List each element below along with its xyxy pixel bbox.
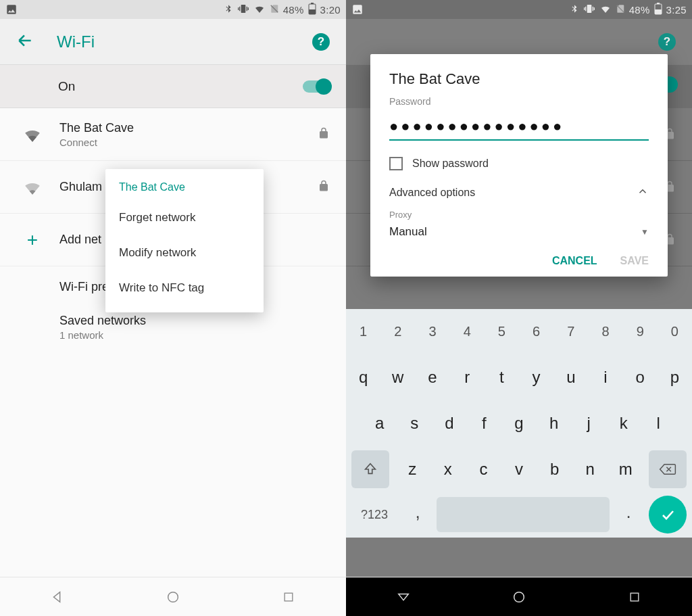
svg-rect-2 (309, 9, 316, 14)
key-5[interactable]: 5 (487, 312, 517, 352)
kb-row-1: q w e r t y u i o p (346, 355, 692, 401)
lock-icon (318, 179, 330, 195)
svg-rect-6 (657, 3, 660, 4)
bluetooth-icon (224, 3, 233, 16)
proxy-value: Manual (389, 225, 427, 239)
save-button[interactable]: SAVE (620, 255, 649, 267)
key-f[interactable]: f (468, 403, 501, 444)
vibrate-icon (583, 3, 595, 16)
chevron-up-icon (637, 185, 649, 200)
key-x[interactable]: x (432, 449, 465, 490)
key-3[interactable]: 3 (417, 312, 447, 352)
key-b[interactable]: b (538, 449, 571, 490)
proxy-dropdown[interactable]: Manual ▼ (389, 225, 649, 239)
key-6[interactable]: 6 (521, 312, 551, 352)
cancel-button[interactable]: CANCEL (552, 255, 597, 267)
key-s[interactable]: s (399, 403, 431, 444)
add-network-label: Add net (59, 233, 101, 247)
password-input[interactable]: ●●●●●●●●●●●●●●● (389, 114, 649, 141)
ctx-title: The Bat Cave (105, 179, 264, 200)
clock: 3:25 (666, 4, 687, 16)
key-w[interactable]: w (382, 357, 414, 398)
key-r[interactable]: r (451, 357, 483, 398)
system-navbar (346, 577, 692, 616)
key-c[interactable]: c (467, 449, 500, 490)
key-1[interactable]: 1 (348, 312, 378, 352)
key-i[interactable]: i (589, 357, 621, 398)
show-password-row[interactable]: Show password (389, 157, 649, 170)
period-key[interactable]: . (614, 502, 643, 528)
key-h[interactable]: h (538, 403, 570, 444)
help-icon[interactable]: ? (312, 33, 330, 51)
key-z[interactable]: z (396, 449, 429, 490)
key-u[interactable]: u (555, 357, 587, 398)
key-n[interactable]: n (574, 449, 607, 490)
network-row[interactable]: The Bat Cave Connect (0, 108, 346, 161)
key-9[interactable]: 9 (625, 312, 656, 352)
svg-point-8 (514, 592, 524, 602)
key-d[interactable]: d (433, 403, 466, 444)
back-icon[interactable] (16, 32, 34, 52)
key-l[interactable]: l (642, 403, 674, 444)
shift-key[interactable] (351, 450, 389, 488)
key-k[interactable]: k (608, 403, 640, 444)
space-key[interactable] (437, 497, 610, 532)
svg-rect-4 (285, 593, 293, 601)
nav-recent-icon[interactable] (626, 588, 643, 606)
nav-back-icon[interactable] (49, 588, 66, 606)
photo-icon (5, 3, 18, 16)
battery-pct: 48% (629, 4, 650, 16)
svg-rect-1 (311, 3, 314, 4)
nav-back-icon[interactable] (395, 588, 412, 606)
key-0[interactable]: 0 (660, 312, 690, 352)
dialog-title: The Bat Cave (389, 70, 649, 88)
svg-rect-9 (631, 593, 639, 601)
key-g[interactable]: g (503, 403, 535, 444)
wifi-icon (599, 3, 612, 16)
key-8[interactable]: 8 (590, 312, 620, 352)
nav-home-icon[interactable] (164, 588, 182, 606)
wifi-toggle[interactable] (303, 80, 330, 93)
lock-icon (318, 126, 330, 143)
show-password-checkbox[interactable] (389, 157, 403, 170)
kb-row-2: a s d f g h j k l (346, 400, 692, 446)
key-y[interactable]: y (520, 357, 552, 398)
nav-home-icon[interactable] (510, 588, 528, 606)
ctx-forget[interactable]: Forget network (105, 200, 264, 235)
key-m[interactable]: m (609, 449, 642, 490)
key-2[interactable]: 2 (382, 312, 413, 352)
network-status: Connect (59, 137, 134, 148)
ctx-modify[interactable]: Modify network (105, 235, 264, 270)
key-t[interactable]: t (486, 357, 518, 398)
key-a[interactable]: a (364, 403, 396, 444)
wifi-connect-dialog: The Bat Cave Password ●●●●●●●●●●●●●●● Sh… (370, 54, 668, 277)
network-context-menu: The Bat Cave Forget network Modify netwo… (105, 169, 264, 312)
kb-row-bottom: ?123 , . (346, 492, 692, 538)
vibrate-icon (237, 3, 249, 16)
ctx-nfc[interactable]: Write to NFC tag (105, 270, 264, 306)
wifi-toggle-row: On (0, 65, 346, 108)
key-4[interactable]: 4 (452, 312, 483, 352)
network-name: Ghulam (59, 180, 102, 194)
saved-networks-row[interactable]: Saved networks 1 network (0, 307, 346, 348)
backspace-key[interactable] (649, 450, 687, 488)
plus-icon: + (16, 229, 49, 251)
key-7[interactable]: 7 (555, 312, 586, 352)
titlebar: Wi-Fi ? (0, 19, 346, 65)
key-p[interactable]: p (659, 357, 691, 398)
key-e[interactable]: e (416, 357, 448, 398)
photo-icon (351, 3, 364, 16)
saved-sub: 1 network (59, 329, 146, 341)
enter-key[interactable] (649, 496, 687, 534)
soft-keyboard: 1 2 3 4 5 6 7 8 9 0 q w e r t y u i o (346, 309, 692, 538)
comma-key[interactable]: , (403, 502, 432, 528)
key-q[interactable]: q (347, 357, 379, 398)
advanced-options-row[interactable]: Advanced options (389, 185, 649, 200)
nav-recent-icon[interactable] (280, 588, 297, 606)
symbols-key[interactable]: ?123 (350, 496, 399, 534)
status-bar: 48% 3:25 (346, 0, 692, 19)
key-v[interactable]: v (503, 449, 536, 490)
key-o[interactable]: o (624, 357, 656, 398)
sim-icon (616, 3, 625, 16)
key-j[interactable]: j (572, 403, 605, 444)
